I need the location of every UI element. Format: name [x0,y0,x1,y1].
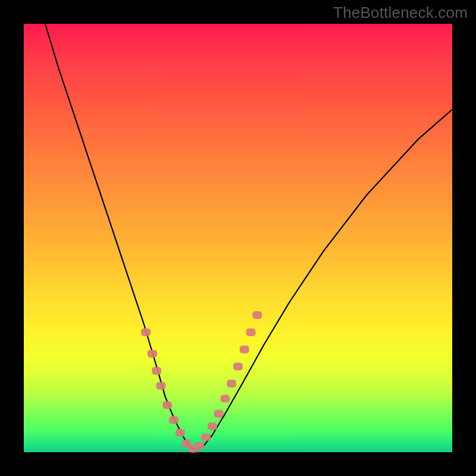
chart-svg [24,24,452,452]
highlight-dot [252,311,262,319]
highlight-dot [227,380,236,387]
curve-line [45,24,452,450]
watermark-text: TheBottleneck.com [333,4,468,22]
highlight-dot [148,350,157,358]
highlight-dot [208,422,217,430]
highlight-dot [201,433,211,441]
highlight-dot [141,328,151,336]
highlight-dot [176,429,185,437]
highlight-dot [246,328,256,336]
chart-frame: TheBottleneck.com [0,0,476,476]
highlight-dot [214,410,224,418]
highlight-dot [156,382,165,390]
highlight-dot [233,363,243,371]
highlight-dot [220,395,230,403]
highlight-dot [195,442,204,450]
highlight-dot [169,416,178,424]
highlight-dot [240,346,249,353]
highlight-dot [162,401,172,409]
bottleneck-curve-path [45,24,452,450]
highlight-dot [152,367,161,375]
